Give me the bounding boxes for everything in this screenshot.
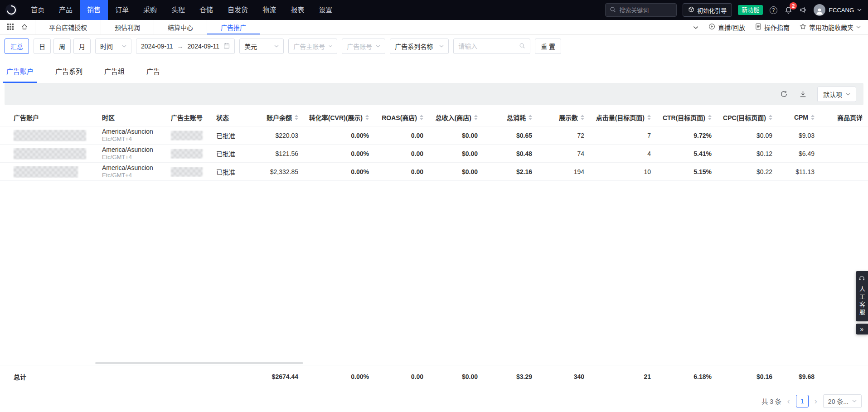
- header-ctr[interactable]: CTR(目标页面): [655, 113, 716, 122]
- subtab-ad-group[interactable]: 广告组: [103, 66, 126, 83]
- nav-item-purchase[interactable]: 采购: [136, 0, 164, 20]
- page-number-button[interactable]: 1: [796, 395, 809, 407]
- sort-icon[interactable]: [708, 115, 712, 120]
- chevron-down-icon: [274, 45, 279, 48]
- nav-item-settings[interactable]: 设置: [311, 0, 339, 20]
- ad-account-cell: [9, 148, 97, 160]
- time-type-select[interactable]: 时间: [95, 39, 131, 54]
- header-cvr[interactable]: 转化率(CVR)(展示): [303, 113, 373, 122]
- timezone-name: America/Asuncion: [102, 128, 153, 136]
- nav-item-orders[interactable]: 订单: [108, 0, 136, 20]
- sort-icon[interactable]: [529, 115, 532, 120]
- period-week-button[interactable]: 周: [53, 39, 71, 54]
- page-tabbar: 平台店铺授权 预估利润 结算中心 广告推广 直播/回放 操作指南: [0, 20, 868, 35]
- total-impressions: 340: [537, 373, 589, 380]
- sort-icon[interactable]: [811, 115, 815, 120]
- tab-ad-promotion[interactable]: 广告推广: [207, 20, 260, 34]
- horizontal-scrollbar[interactable]: [95, 362, 303, 364]
- ad-account-placeholder: 广告账号: [347, 42, 372, 51]
- table-header-row: 广告账户 时区 广告主账号 状态 账户余额 转化率(CVR)(展示) ROAS(…: [0, 108, 868, 126]
- summary-button[interactable]: 汇总: [5, 39, 29, 54]
- account-menu[interactable]: ECCANG: [814, 4, 862, 16]
- timezone-cell: America/AsuncionEtc/GMT+4: [97, 146, 166, 161]
- tabbar-left-icons: [0, 20, 35, 34]
- tab-list-dropdown-icon[interactable]: [693, 24, 698, 31]
- tab-settlement-center[interactable]: 结算中心: [154, 20, 207, 34]
- header-impressions[interactable]: 展示数: [537, 113, 589, 122]
- header-cpc[interactable]: CPC(目标页面): [716, 113, 777, 122]
- total-cpm: $9.68: [777, 373, 819, 380]
- nav-item-first-leg[interactable]: 头程: [164, 0, 192, 20]
- timezone-cell: America/AsuncionEtc/GMT+4: [97, 128, 166, 143]
- header-spend[interactable]: 总消耗: [482, 113, 537, 122]
- favorites-link[interactable]: 常用功能收藏夹: [800, 23, 861, 32]
- subtab-campaign[interactable]: 广告系列: [54, 66, 83, 83]
- table-row[interactable]: America/AsuncionEtc/GMT+4 已批准 $121.56 0.…: [0, 145, 868, 163]
- table-row[interactable]: America/AsuncionEtc/GMT+4 已批准 $220.03 0.…: [0, 126, 868, 145]
- header-revenue[interactable]: 总收入(商店): [428, 113, 482, 122]
- currency-select[interactable]: 美元: [239, 39, 284, 54]
- tab-estimated-profit[interactable]: 预估利润: [101, 20, 154, 34]
- sort-icon[interactable]: [581, 115, 584, 120]
- columns-default-select[interactable]: 默认项: [817, 87, 856, 102]
- refresh-icon[interactable]: [779, 90, 788, 99]
- next-page-button[interactable]: ›: [813, 397, 819, 405]
- subtab-ad-account[interactable]: 广告账户: [5, 66, 34, 83]
- table-row[interactable]: America/AsuncionEtc/GMT+4 已批准 $2,332.85 …: [0, 163, 868, 181]
- nav-item-self-delivery[interactable]: 自发货: [220, 0, 255, 20]
- live-replay-link[interactable]: 直播/回放: [708, 23, 745, 32]
- init-guide-button[interactable]: 初始化引导: [683, 3, 732, 17]
- new-feature-badge[interactable]: 新功能: [738, 5, 763, 15]
- customer-service-button[interactable]: 人工客服: [856, 271, 868, 321]
- notifications-bell-icon[interactable]: 2: [784, 5, 793, 15]
- header-roas[interactable]: ROAS(商店): [373, 113, 428, 122]
- period-day-button[interactable]: 日: [34, 39, 51, 54]
- global-search[interactable]: [605, 3, 677, 17]
- header-balance[interactable]: 账户余额: [245, 113, 303, 122]
- header-cpm[interactable]: CPM: [777, 114, 819, 121]
- page-size-select[interactable]: 20 条...: [823, 394, 862, 408]
- nav-item-products[interactable]: 产品: [52, 0, 80, 20]
- collapse-panel-button[interactable]: »: [856, 324, 868, 334]
- sort-icon[interactable]: [365, 115, 369, 120]
- main-menu: 首页 产品 销售 订单 采购 头程 仓储 自发货 物流 报表 设置: [24, 0, 339, 20]
- download-icon[interactable]: [798, 90, 807, 99]
- tab-platform-auth[interactable]: 平台店铺授权: [35, 20, 101, 34]
- nav-item-home[interactable]: 首页: [24, 0, 52, 20]
- ad-account-select[interactable]: 广告账号: [342, 39, 385, 54]
- nav-item-reports[interactable]: 报表: [283, 0, 311, 20]
- prev-page-button[interactable]: ‹: [786, 397, 791, 405]
- nav-item-sales[interactable]: 销售: [80, 0, 108, 20]
- search-input[interactable]: [619, 7, 672, 14]
- header-clicks[interactable]: 点击量(目标页面): [589, 113, 655, 122]
- sort-icon[interactable]: [474, 115, 478, 120]
- app-logo-icon[interactable]: [5, 3, 18, 17]
- announcement-icon[interactable]: [799, 5, 808, 15]
- status-cell: 已批准: [212, 149, 245, 158]
- home-icon[interactable]: [21, 23, 28, 32]
- keyword-search-box[interactable]: [453, 39, 530, 54]
- advertiser-account-select[interactable]: 广告主账号: [288, 39, 337, 54]
- sort-icon[interactable]: [420, 115, 423, 120]
- ad-account-table: 广告账户 时区 广告主账号 状态 账户余额 转化率(CVR)(展示) ROAS(…: [0, 108, 868, 412]
- reset-button[interactable]: 重 置: [535, 39, 561, 54]
- date-range-picker[interactable]: 2024-09-11 → 2024-09-11: [136, 39, 235, 54]
- chevron-down-icon: [439, 45, 444, 48]
- subtab-ad[interactable]: 广告: [145, 66, 161, 83]
- sort-icon[interactable]: [647, 115, 651, 120]
- balance-cell: $2,332.85: [245, 168, 303, 175]
- nav-item-warehouse[interactable]: 仓储: [192, 0, 220, 20]
- nav-item-logistics[interactable]: 物流: [255, 0, 283, 20]
- help-icon[interactable]: ?: [769, 5, 778, 15]
- apps-grid-icon[interactable]: [7, 23, 14, 32]
- advertiser-cell: [166, 131, 212, 141]
- period-month-button[interactable]: 月: [73, 39, 91, 54]
- sort-icon[interactable]: [769, 115, 772, 120]
- keyword-input[interactable]: [458, 43, 516, 50]
- timezone-offset: Etc/GMT+4: [102, 136, 153, 143]
- filter-bar: 汇总 日 周 月 时间 2024-09-11 → 2024-09-11 美元 广…: [0, 35, 868, 58]
- search-field-select[interactable]: 广告系列名称: [390, 39, 449, 54]
- operation-guide-link[interactable]: 操作指南: [755, 23, 790, 32]
- cpc-cell: $0.09: [716, 132, 777, 139]
- sort-icon[interactable]: [295, 115, 298, 120]
